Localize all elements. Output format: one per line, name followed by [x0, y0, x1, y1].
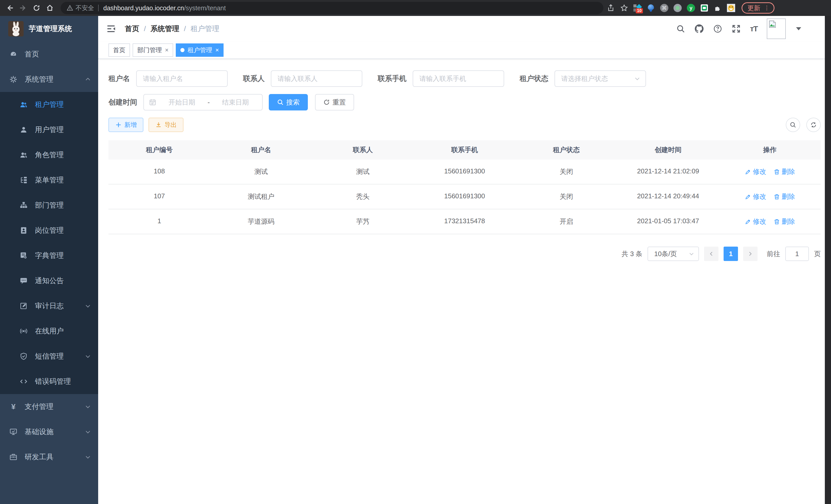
page-content: 租户名 联系人 联系手机 租户状态 请选择租户状态 创建时间 [98, 59, 831, 504]
address-bar[interactable]: 不安全 dashboard.yudao.iocoder.cn/system/te… [61, 2, 603, 14]
col-tenant-id: 租户编号 [109, 140, 210, 159]
sidebar-item-home[interactable]: 首页 [0, 41, 98, 67]
chevron-down-icon [689, 251, 694, 257]
tab-dept[interactable]: 部门管理 × [133, 43, 173, 57]
page-number-active[interactable]: 1 [724, 246, 738, 261]
breadcrumb-section[interactable]: 系统管理 [150, 24, 179, 34]
search-button[interactable]: 搜索 [269, 94, 308, 111]
delete-link[interactable]: 删除 [773, 192, 795, 201]
extensions-puzzle-icon[interactable] [713, 4, 722, 12]
extension-chat-icon[interactable] [700, 4, 709, 12]
sidebar-item-menu[interactable]: 菜单管理 [0, 168, 98, 192]
chevron-up-icon [85, 76, 91, 83]
security-label[interactable]: 不安全 [76, 4, 94, 12]
app-logo[interactable]: 芋道管理系统 [0, 16, 98, 41]
tab-close-icon[interactable]: × [165, 47, 169, 53]
add-button[interactable]: 新增 [109, 118, 143, 132]
search-icon [790, 121, 796, 128]
sidebar-item-sms[interactable]: 短信管理 [0, 344, 98, 369]
browser-home-icon[interactable] [43, 1, 57, 14]
monitor-icon [9, 428, 18, 436]
avatar[interactable] [767, 19, 786, 39]
tab-home[interactable]: 首页 [109, 43, 130, 57]
reset-button[interactable]: 重置 [315, 94, 354, 111]
goto-page-input[interactable] [785, 246, 809, 261]
tab-tenant[interactable]: 租户管理 × [176, 43, 224, 57]
font-size-icon[interactable]: ᴛT [750, 24, 757, 33]
delete-link[interactable]: 删除 [773, 217, 795, 226]
not-secure-icon [67, 5, 73, 11]
sidebar-item-system[interactable]: 系统管理 [0, 67, 98, 92]
delete-link[interactable]: 删除 [773, 167, 795, 176]
navbar: 首页 / 系统管理 / 租户管理 [98, 16, 831, 41]
page-size-select[interactable]: 10条/页 [648, 246, 699, 261]
prev-page-button[interactable] [704, 246, 718, 261]
browser-back-icon[interactable] [3, 1, 17, 14]
avatar-dropdown-icon[interactable] [796, 27, 801, 30]
sidebar-item-online-users[interactable]: 在线用户 [0, 319, 98, 344]
edit-link[interactable]: 修改 [745, 217, 766, 226]
mobile-input[interactable] [413, 70, 504, 87]
edit-link[interactable]: 修改 [745, 192, 766, 201]
browser-forward-icon[interactable] [17, 1, 30, 14]
sidebar-item-dev-tools[interactable]: 研发工具 [0, 444, 98, 470]
date-separator: - [208, 98, 210, 106]
briefcase-icon [9, 453, 18, 461]
github-icon[interactable] [694, 24, 704, 33]
sidebar-item-payment[interactable]: ¥ 支付管理 [0, 394, 98, 419]
sidebar-toggle-icon[interactable] [105, 23, 117, 34]
share-icon[interactable] [606, 4, 615, 12]
extension-record-icon[interactable] [673, 4, 682, 12]
address-separator [98, 5, 99, 11]
browser-update-button[interactable]: 更新 ⋮ [742, 2, 774, 13]
date-start-placeholder: 开始日期 [160, 98, 203, 107]
edit-link[interactable]: 修改 [745, 167, 766, 176]
dashboard-icon [9, 50, 18, 58]
help-icon[interactable] [713, 24, 722, 33]
tab-label: 部门管理 [137, 46, 162, 54]
sidebar-item-infra[interactable]: 基础设施 [0, 419, 98, 444]
message-icon [20, 277, 28, 285]
shield-icon [20, 352, 28, 360]
col-created: 创建时间 [617, 140, 719, 159]
browser-reload-icon[interactable] [30, 1, 43, 14]
date-range-picker[interactable]: 开始日期 - 结束日期 [143, 94, 263, 111]
extension-workspace-icon[interactable]: 10 [633, 4, 642, 12]
tab-active-dot [180, 48, 184, 52]
extension-y-icon[interactable]: y [687, 4, 695, 12]
col-tenant-name: 租户名 [210, 140, 312, 159]
status-select[interactable]: 请选择租户状态 [554, 70, 646, 87]
browser-menu-icon[interactable]: ⋮ [764, 5, 770, 11]
sidebar-item-post[interactable]: 岗位管理 [0, 218, 98, 243]
breadcrumb-home[interactable]: 首页 [125, 24, 139, 34]
chevron-down-icon [85, 404, 91, 410]
sidebar-item-audit-log[interactable]: 审计日志 [0, 293, 98, 319]
bookmark-star-icon[interactable] [620, 4, 629, 12]
tenant-name-input[interactable] [136, 70, 228, 87]
fullscreen-icon[interactable] [732, 24, 741, 33]
sidebar-item-role[interactable]: 角色管理 [0, 142, 98, 168]
profile-avatar-icon[interactable] [727, 4, 736, 12]
sidebar-item-dept[interactable]: 部门管理 [0, 192, 98, 218]
sidebar-item-user[interactable]: 用户管理 [0, 117, 98, 142]
update-label: 更新 [747, 4, 760, 12]
sidebar-item-error-code[interactable]: 错误码管理 [0, 369, 98, 394]
refresh-table-button[interactable] [806, 118, 821, 132]
export-button[interactable]: 导出 [148, 118, 183, 132]
search-icon [277, 99, 284, 106]
tab-label: 首页 [113, 46, 125, 54]
page-scrollbar[interactable] [825, 16, 831, 504]
show-search-button[interactable] [786, 118, 800, 132]
extension-command-icon[interactable]: ⌘ [660, 4, 668, 12]
pencil-icon [745, 169, 751, 175]
sidebar-item-notice[interactable]: 通知公告 [0, 268, 98, 293]
tab-close-icon[interactable]: × [215, 47, 219, 53]
next-page-button[interactable] [743, 246, 757, 261]
contact-input[interactable] [271, 70, 362, 87]
sidebar-item-dict[interactable]: 字典管理 [0, 243, 98, 268]
trash-icon [773, 169, 780, 175]
header-search-icon[interactable] [676, 24, 685, 33]
sidebar-item-tenant[interactable]: 租户管理 [0, 92, 98, 117]
breadcrumb-separator: / [144, 25, 146, 33]
extension-balloon-icon[interactable] [647, 4, 655, 12]
